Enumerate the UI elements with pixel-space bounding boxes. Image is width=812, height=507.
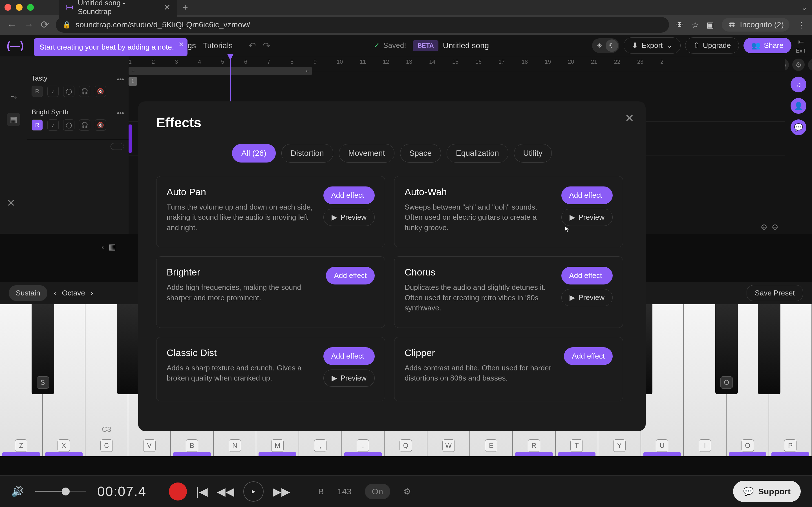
add-effect-button[interactable]: Add effect [561, 186, 613, 204]
app-logo[interactable]: (—) [7, 40, 24, 52]
add-effect-button[interactable]: Add effect [564, 347, 613, 365]
gear-icon[interactable]: ⚙ [792, 59, 805, 71]
filter-chip[interactable]: Equalization [447, 144, 508, 163]
theme-toggle[interactable]: ☀ ☾ [592, 38, 619, 53]
play-button[interactable]: ▶ [243, 482, 264, 502]
loop-end-handle[interactable]: ← [305, 68, 310, 73]
instrument-icon[interactable]: ♪ [47, 119, 59, 131]
settings-gear-icon[interactable]: ⚙ [403, 487, 411, 496]
bookmark-star-icon[interactable]: ☆ [692, 20, 699, 30]
filter-chip[interactable]: Distortion [282, 144, 333, 163]
track-options-icon[interactable]: ••• [117, 109, 124, 117]
chat-panel-button[interactable]: 💬 [791, 119, 806, 135]
fast-forward-icon[interactable]: ▶▶ [273, 485, 290, 498]
exit-button[interactable]: ⇤ Exit [796, 37, 805, 54]
volume-knob[interactable]: ◯ [63, 86, 74, 97]
preview-button[interactable]: ▶Preview [323, 370, 375, 387]
track-row[interactable]: Bright Synth ••• R ♪ ◯ 🎧 🔇 [27, 106, 129, 140]
redo-icon[interactable]: ↷ [263, 40, 270, 51]
audio-clip[interactable] [129, 124, 132, 153]
rewind-icon[interactable]: ◀◀ [217, 485, 234, 498]
zoom-in-icon[interactable]: ⊕ [761, 222, 767, 231]
metronome-toggle[interactable]: On [365, 484, 390, 499]
tab-close-icon[interactable]: ✕ [164, 3, 170, 12]
marker-1[interactable]: 1 [129, 77, 137, 86]
loop-start-handle[interactable]: → [131, 68, 135, 73]
share-button[interactable]: 👥 Share [744, 38, 791, 53]
browser-tab[interactable]: (—) Untitled song - Soundtrap ✕ [59, 0, 177, 19]
save-preset-button[interactable]: Save Preset [747, 285, 803, 301]
support-button[interactable]: 💬 Support [733, 481, 801, 502]
add-effect-button[interactable]: Add effect [323, 347, 375, 365]
record-button[interactable] [169, 483, 187, 501]
dark-theme-icon[interactable]: ☾ [606, 40, 618, 52]
zoom-out-icon[interactable]: ⊖ [772, 222, 778, 231]
mute-icon[interactable]: 🔇 [95, 86, 106, 97]
address-bar[interactable]: 🔒 soundtrap.com/studio/d_5KIiQLQm6ic6ic_… [56, 17, 669, 33]
bpm-display[interactable]: 143 [338, 487, 352, 496]
loop-region[interactable]: → ← [129, 67, 312, 75]
maximize-window-button[interactable] [27, 4, 34, 11]
filter-chip[interactable]: Utility [514, 144, 552, 163]
music-panel-button[interactable]: ♫ [791, 76, 806, 93]
refresh-icon[interactable]: ↻ [808, 59, 812, 71]
instrument-icon[interactable]: ♪ [47, 86, 59, 97]
headphones-icon[interactable]: 🎧 [79, 86, 90, 97]
incognito-badge[interactable]: Incognito (2) [722, 18, 790, 32]
octave-up-icon[interactable]: › [91, 289, 93, 297]
menu-tutorials[interactable]: Tutorials [203, 41, 233, 50]
skip-start-icon[interactable]: |◀ [196, 485, 207, 498]
effects-grid[interactable]: Auto PanTurns the volume up and down on … [156, 176, 627, 401]
upgrade-button[interactable]: ⇧ Upgrade [685, 38, 739, 54]
headphones-icon[interactable]: 🎧 [79, 119, 90, 131]
add-effect-button[interactable]: Add effect [326, 267, 375, 284]
preview-button[interactable]: ▶Preview [561, 209, 613, 226]
black-key[interactable] [758, 304, 780, 394]
black-key[interactable]: S [32, 304, 54, 394]
key-display[interactable]: B [318, 487, 324, 496]
new-tab-button[interactable]: + [183, 2, 188, 13]
back-button[interactable]: ← [7, 19, 17, 31]
record-arm-button[interactable]: R [32, 119, 43, 131]
preview-button[interactable]: ▶Preview [323, 209, 375, 226]
tooltip-close-icon[interactable]: ✕ [179, 41, 184, 48]
reload-button[interactable]: ⟳ [41, 19, 49, 31]
record-arm-button[interactable]: R [32, 86, 43, 97]
sustain-button[interactable]: Sustain [9, 285, 47, 301]
volume-slider[interactable] [35, 491, 86, 492]
modal-close-icon[interactable]: ✕ [625, 112, 635, 124]
calendar-icon[interactable]: ▦ [7, 113, 20, 126]
prev-icon[interactable]: ‹ [101, 242, 104, 251]
export-button[interactable]: ⬇ Export ⌄ [624, 38, 680, 54]
add-effect-button[interactable]: Add effect [323, 186, 375, 204]
eye-slash-icon[interactable]: 👁 [676, 20, 684, 30]
menu-dots-icon[interactable]: ⋮ [797, 20, 805, 30]
preview-button[interactable]: ▶Preview [561, 289, 613, 306]
forward-button[interactable]: → [24, 19, 34, 31]
mute-icon[interactable]: 🔇 [95, 119, 106, 131]
track-row[interactable]: Tasty ••• R ♪ ◯ 🎧 🔇 [27, 72, 129, 106]
panel-icon[interactable]: ▣ [707, 20, 714, 30]
track-name[interactable]: Tasty [32, 74, 124, 82]
close-panel-icon[interactable]: ✕ [7, 197, 15, 209]
black-key[interactable] [117, 304, 140, 394]
add-effect-button[interactable]: Add effect [561, 267, 613, 284]
black-key[interactable]: O [715, 304, 738, 394]
volume-knob[interactable]: ◯ [63, 119, 74, 131]
tabs-dropdown-icon[interactable]: ⌄ [801, 3, 808, 12]
track-options-icon[interactable]: ••• [117, 75, 124, 83]
light-theme-icon[interactable]: ☀ [593, 40, 606, 52]
filter-chip[interactable]: Space [400, 144, 441, 163]
song-title[interactable]: Untitled song [443, 41, 489, 50]
close-window-button[interactable] [4, 4, 11, 11]
undo-icon[interactable]: ↶ [248, 40, 256, 51]
collapse-toggle[interactable] [110, 143, 124, 150]
track-name[interactable]: Bright Synth [32, 108, 124, 116]
volume-icon[interactable]: 🔊 [11, 486, 24, 497]
grid-icon[interactable]: ▦ [109, 242, 116, 251]
filter-chip[interactable]: Movement [339, 144, 395, 163]
automation-icon[interactable]: ⤳ [7, 90, 20, 104]
user-panel-button[interactable]: 👤 [791, 98, 806, 114]
minimize-window-button[interactable] [16, 4, 22, 11]
octave-down-icon[interactable]: ‹ [54, 289, 56, 297]
